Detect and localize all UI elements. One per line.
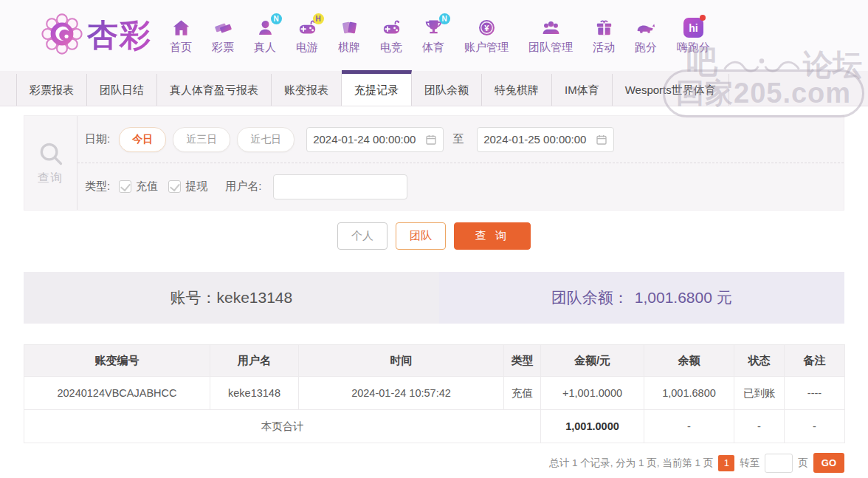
- balance-unit: 元: [717, 287, 732, 308]
- checkbox-icon[interactable]: [119, 180, 131, 193]
- esports-gamepad-icon: [382, 17, 402, 39]
- badge-N: N: [439, 13, 450, 24]
- live-person-icon: N: [255, 17, 275, 39]
- date-filter-row: 日期: 今日近三日近七日 至: [78, 116, 844, 163]
- range-last-7-days[interactable]: 近七日: [237, 127, 294, 152]
- column-header: 金额/元: [541, 345, 644, 377]
- tab-deposit-withdraw-records[interactable]: 充提记录: [342, 70, 412, 106]
- nav-label: 嗨跑分: [677, 41, 710, 55]
- cell-note: ----: [785, 377, 845, 410]
- home-icon: [171, 17, 191, 39]
- nav-egame[interactable]: H电游: [296, 17, 318, 55]
- nav-label: 体育: [422, 41, 444, 55]
- cell-time: 2024-01-24 10:57:42: [299, 377, 504, 410]
- type-options: 充值提现: [119, 180, 218, 194]
- go-button[interactable]: GO: [813, 453, 844, 473]
- nav-hi-paofen[interactable]: hi嗨跑分: [677, 17, 710, 55]
- column-header: 状态: [734, 345, 785, 377]
- account-section: 账号： keke13148: [24, 272, 439, 324]
- nav-label: 电游: [296, 41, 318, 55]
- goto-label: 转至: [740, 457, 760, 470]
- main-content: 查询 日期: 今日近三日近七日 至: [24, 115, 844, 473]
- pagination: 总计 1 个记录, 分为 1 页, 当前第 1 页 1 转至 页 GO: [24, 453, 844, 473]
- filter-panel: 查询 日期: 今日近三日近七日 至: [24, 115, 844, 211]
- column-header: 类型: [504, 345, 541, 377]
- gift-icon: [594, 17, 614, 39]
- page-number-button[interactable]: 1: [718, 455, 734, 471]
- date-to-input[interactable]: [483, 133, 596, 146]
- type-filter-row: 类型: 充值提现 用户名:: [78, 163, 844, 210]
- checkbox-label: 充值: [136, 180, 158, 194]
- nav-label: 账户管理: [464, 41, 509, 55]
- account-bar: 账号： keke13148 团队余额： 1,001.6800 元: [24, 272, 844, 324]
- cell-status: 已到账: [734, 377, 785, 410]
- page-unit-label: 页: [798, 457, 808, 470]
- table-row: 20240124VBCAJABHCCkeke131482024-01-24 10…: [24, 377, 845, 410]
- nav-esports[interactable]: 电竞: [380, 17, 402, 55]
- summary-status: -: [734, 410, 785, 443]
- tab-im-sports[interactable]: IM体育: [552, 74, 613, 106]
- calendar-icon[interactable]: [425, 134, 437, 146]
- summary-balance: -: [644, 410, 734, 443]
- date-from-box: [306, 127, 444, 152]
- trophy-icon: N: [424, 17, 444, 39]
- search-button[interactable]: 查 询: [454, 222, 531, 250]
- egame-gamepad-icon: H: [297, 17, 317, 39]
- goto-page-input[interactable]: [765, 454, 793, 473]
- checkbox-icon[interactable]: [168, 180, 181, 193]
- column-header: 时间: [299, 345, 504, 377]
- username-label: 用户名:: [225, 180, 261, 194]
- logo-text: 杏彩: [87, 15, 152, 56]
- nav-label: 活动: [593, 41, 615, 55]
- personal-button[interactable]: 个人: [337, 222, 388, 250]
- column-header: 余额: [644, 345, 734, 377]
- tab-live-sports-pnl[interactable]: 真人体育盈亏报表: [157, 74, 272, 106]
- tab-team-daily[interactable]: 团队日结: [87, 74, 157, 106]
- svg-text:¥: ¥: [484, 24, 489, 33]
- calendar-icon[interactable]: [596, 134, 607, 146]
- nav-label: 电竞: [380, 41, 402, 55]
- search-block-label: 查询: [38, 171, 64, 186]
- cards-icon: [340, 17, 359, 39]
- nav-lottery[interactable]: 彩票: [212, 17, 234, 55]
- summary-note: -: [785, 410, 845, 443]
- cell-username: keke13148: [210, 377, 299, 410]
- tab-team-balance[interactable]: 团队余额: [412, 74, 482, 106]
- tab-account-change-report[interactable]: 账变报表: [272, 74, 342, 106]
- pagination-summary: 总计 1 个记录, 分为 1 页, 当前第 1 页: [549, 457, 713, 470]
- nav-team-mgmt[interactable]: 团队管理: [528, 17, 573, 55]
- tab-wesports[interactable]: Wesports世界体育: [613, 74, 729, 106]
- date-to-box: [477, 127, 614, 152]
- team-button[interactable]: 团队: [396, 222, 446, 250]
- balance-value: 1,001.6800: [635, 289, 712, 307]
- nav-paofen[interactable]: 跑分: [635, 17, 657, 55]
- nav-activity[interactable]: 活动: [593, 17, 615, 55]
- table-header-row: 账变编号用户名时间类型金额/元余额状态备注: [24, 345, 845, 377]
- type-withdraw[interactable]: 提现: [168, 180, 207, 194]
- team-balance-section: 团队余额： 1,001.6800 元: [439, 272, 844, 324]
- range-last-3-days[interactable]: 近三日: [173, 127, 230, 152]
- nav-sports[interactable]: N体育: [422, 17, 444, 55]
- nav-live[interactable]: N真人: [254, 17, 276, 55]
- hi-app-icon: hi: [683, 17, 703, 39]
- badge-dot: [700, 15, 706, 21]
- nav-chess[interactable]: 棋牌: [338, 17, 360, 55]
- type-recharge[interactable]: 充值: [119, 180, 158, 194]
- report-tabs: 彩票报表团队日结真人体育盈亏报表账变报表充提记录团队余额特兔棋牌IM体育Wesp…: [0, 71, 868, 106]
- range-today[interactable]: 今日: [119, 127, 166, 152]
- cell-type: 充值: [504, 377, 541, 410]
- type-label: 类型:: [85, 180, 110, 194]
- logo[interactable]: 杏彩: [41, 13, 152, 58]
- cell-amount: +1,001.0000: [541, 377, 644, 410]
- nav-home[interactable]: 首页: [170, 17, 192, 55]
- coin-icon: ¥: [477, 17, 497, 39]
- nav-account-mgmt[interactable]: ¥账户管理: [464, 17, 509, 55]
- tab-lottery-report[interactable]: 彩票报表: [16, 74, 87, 106]
- cell-balance: 1,001.6800: [644, 377, 734, 410]
- date-from-input[interactable]: [313, 133, 425, 146]
- balance-label: 团队余额：: [551, 287, 629, 308]
- username-input[interactable]: [273, 174, 407, 199]
- summary-amount: 1,001.0000: [541, 410, 644, 443]
- tickets-icon: [213, 17, 233, 39]
- tab-tetu-chess[interactable]: 特兔棋牌: [482, 74, 552, 106]
